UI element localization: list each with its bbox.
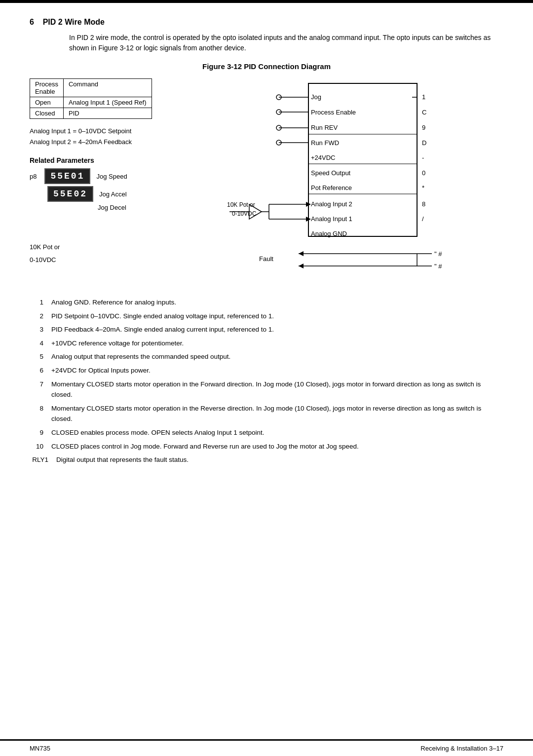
param-label-jog-speed: Jog Speed (96, 173, 127, 180)
page: 6 PID 2 Wire Mode In PID 2 wire mode, th… (0, 0, 533, 756)
svg-text:" #: " # (434, 263, 442, 270)
table-cell-closed: Closed (30, 108, 64, 119)
list-item-8: 8 Momentary CLOSED starts motor operatio… (30, 403, 503, 424)
svg-marker-49 (299, 264, 304, 268)
pot-label: 10K Pot or (30, 241, 197, 254)
svg-text:Analog Input 2: Analog Input 2 (311, 200, 352, 208)
list-text-1: Analog GND. Reference for analog inputs. (51, 297, 503, 308)
svg-text:10K   Pot or: 10K Pot or (227, 201, 255, 208)
section-number: 6 (30, 18, 34, 26)
table-cell-command-header: Command (63, 79, 152, 97)
truth-table: ProcessEnable Command Open Analog Input … (30, 78, 152, 119)
list-item-1: 1 Analog GND. Reference for analog input… (30, 297, 503, 308)
analog-input-2: Analog Input 2 = 4–20mA Feedback (30, 137, 197, 148)
param-label-jog-decel: Jog Decel (98, 204, 126, 211)
footer: MN735 Receiving & Installation 3–17 (0, 739, 533, 756)
list-text-10: CLOSED places control in Jog mode. Forwa… (51, 441, 503, 452)
list-item-2: 2 PID Setpoint 0–10VDC. Single ended ana… (30, 311, 503, 322)
numbered-list: 1 Analog GND. Reference for analog input… (30, 297, 503, 465)
list-text-4: +10VDC reference voltage for potentiomet… (51, 338, 503, 349)
list-text-3: PID Feedback 4–20mA. Single ended analog… (51, 324, 503, 335)
svg-text:8: 8 (422, 200, 425, 208)
list-text-9: CLOSED enables process mode. OPEN select… (51, 427, 503, 438)
svg-text:*: * (422, 184, 424, 191)
table-cell-pid: PID (63, 108, 152, 119)
svg-text:" #: " # (434, 250, 442, 258)
right-diagram: Jog 1 Process Enable C Run REV 9 (212, 78, 503, 287)
list-num-rly1: RLY1 (30, 454, 48, 465)
svg-text:0-10VDC: 0-10VDC (232, 210, 257, 217)
pot-label-area: 10K Pot or 0-10VDC (30, 241, 197, 266)
list-item-10: 10 CLOSED places control in Jog mode. Fo… (30, 441, 503, 452)
section-intro: In PID 2 wire mode, the control is opera… (69, 33, 503, 53)
analog-inputs: Analog Input 1 = 0–10VDC Setpoint Analog… (30, 126, 197, 148)
param-row-1: p8 55E01 Jog Speed (30, 168, 197, 184)
svg-text:Pot Reference: Pot Reference (311, 184, 352, 191)
left-diagram: ProcessEnable Command Open Analog Input … (30, 78, 197, 266)
param-row-2: 55E02 Jog Accel (30, 186, 197, 202)
list-item-4: 4 +10VDC reference voltage for potentiom… (30, 338, 503, 349)
list-text-6: +24VDC for Optical Inputs power. (51, 365, 503, 376)
lcd-display-2: 55E02 (47, 186, 93, 202)
svg-text:Jog: Jog (311, 93, 321, 101)
list-item-3: 3 PID Feedback 4–20mA. Single ended anal… (30, 324, 503, 335)
content: 6 PID 2 Wire Mode In PID 2 wire mode, th… (0, 3, 533, 508)
svg-text:0: 0 (422, 169, 425, 177)
svg-text:-: - (422, 154, 424, 161)
section-header: 6 PID 2 Wire Mode (30, 18, 503, 27)
svg-text:+24VDC: +24VDC (311, 154, 336, 161)
vdc-label: 0-10VDC (30, 254, 197, 266)
list-num-9: 9 (30, 427, 43, 438)
svg-marker-48 (299, 251, 304, 256)
analog-input-1: Analog Input 1 = 0–10VDC Setpoint (30, 126, 197, 137)
svg-text:C: C (422, 109, 426, 116)
svg-text:1: 1 (422, 93, 425, 101)
param-label-jog-accel: Jog Accel (99, 190, 127, 198)
svg-text:Fault: Fault (259, 255, 273, 263)
list-num-3: 3 (30, 324, 43, 335)
table-cell-process-enable: ProcessEnable (30, 79, 64, 97)
list-item-rly1: RLY1 Digital output that represents the … (30, 454, 503, 465)
list-text-8: Momentary CLOSED starts motor operation … (51, 403, 503, 424)
list-num-2: 2 (30, 311, 43, 322)
param-p8-label: p8 (30, 173, 37, 180)
section-title: PID 2 Wire Mode (43, 18, 105, 26)
lcd-display-1: 55E01 (44, 168, 90, 184)
svg-text:9: 9 (422, 124, 425, 131)
list-num-7: 7 (30, 379, 43, 390)
table-cell-open: Open (30, 97, 64, 108)
list-text-rly1: Digital output that represents the fault… (56, 454, 503, 465)
svg-text:D: D (422, 139, 426, 147)
params-table: p8 55E01 Jog Speed 55E02 Jog Accel Jog D… (30, 168, 197, 211)
list-num-8: 8 (30, 403, 43, 414)
list-num-4: 4 (30, 338, 43, 349)
table-cell-analog-input1: Analog Input 1 (Speed Ref) (63, 97, 152, 108)
list-text-7: Momentary CLOSED starts motor operation … (51, 379, 503, 400)
list-text-5: Analog output that represents the comman… (51, 351, 503, 362)
footer-left: MN735 (30, 745, 50, 752)
svg-text:Run REV: Run REV (311, 124, 338, 131)
list-item-9: 9 CLOSED enables process mode. OPEN sele… (30, 427, 503, 438)
footer-right: Receiving & Installation 3–17 (420, 745, 503, 752)
figure-title: Figure 3-12 PID Connection Diagram (30, 62, 503, 71)
svg-text:/: / (422, 215, 424, 223)
related-params-header: Related Parameters (30, 156, 197, 164)
list-text-2: PID Setpoint 0–10VDC. Single ended analo… (51, 311, 503, 322)
list-num-6: 6 (30, 365, 43, 376)
param-row-3: Jog Decel (30, 204, 197, 211)
list-num-10: 10 (30, 441, 43, 452)
diagram-area: ProcessEnable Command Open Analog Input … (30, 78, 503, 287)
list-num-1: 1 (30, 297, 43, 308)
svg-text:Process Enable: Process Enable (311, 109, 356, 116)
list-item-7: 7 Momentary CLOSED starts motor operatio… (30, 379, 503, 400)
svg-text:Analog GND: Analog GND (311, 230, 347, 237)
svg-text:Speed Output: Speed Output (311, 169, 351, 177)
wiring-diagram-svg: Jog 1 Process Enable C Run REV 9 (212, 78, 503, 286)
svg-text:Run FWD: Run FWD (311, 139, 339, 147)
list-item-6: 6 +24VDC for Optical Inputs power. (30, 365, 503, 376)
list-item-5: 5 Analog output that represents the comm… (30, 351, 503, 362)
svg-text:Analog Input 1: Analog Input 1 (311, 215, 352, 223)
list-num-5: 5 (30, 351, 43, 362)
